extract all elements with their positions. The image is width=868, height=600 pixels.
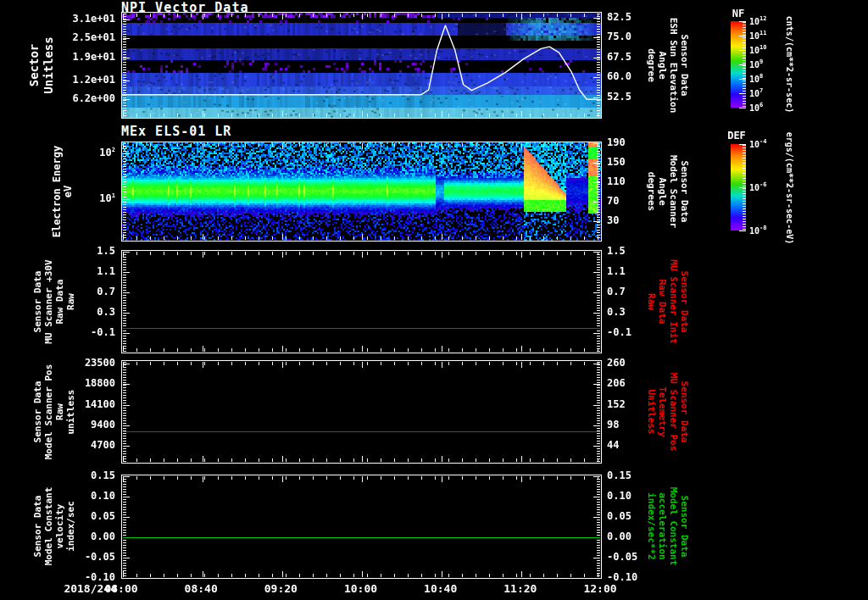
- colorbar-major-tick: [739, 50, 746, 51]
- x-major-tick-bottom: [123, 346, 124, 352]
- y-minor-ticks-right: [597, 14, 600, 117]
- y-major-tick: [123, 446, 130, 447]
- y-major-tick: [593, 578, 600, 579]
- y-major-tick: [123, 497, 130, 497]
- panel2-left-ticks: 102101: [0, 142, 117, 242]
- tick-label: 1.1: [97, 265, 115, 277]
- y-major-tick: [123, 333, 130, 334]
- y-major-tick: [123, 425, 130, 426]
- y-major-tick: [123, 58, 130, 58]
- panel3-right-label: Sensor DataMU Scanner InitRaw DataRaw: [646, 250, 690, 353]
- x-major-tick-bottom: [362, 571, 363, 577]
- colorbar-major-tick: [739, 187, 746, 188]
- x-major-tick-top: [601, 143, 602, 149]
- panel5-right-label: Sensor DataModel Constantaccelerationind…: [646, 475, 690, 579]
- x-major-tick-top: [362, 252, 363, 258]
- x-major-tick-top: [282, 362, 283, 368]
- y-major-tick: [593, 384, 600, 385]
- x-major-tick-bottom: [203, 111, 203, 117]
- tick-label: 4700: [91, 439, 115, 451]
- y-major-tick: [123, 517, 130, 518]
- y-major-tick: [123, 578, 130, 579]
- x-major-tick-bottom: [362, 234, 363, 240]
- y-major-tick: [593, 182, 600, 183]
- tick-label: 75.0: [607, 31, 632, 42]
- tick-label: 70: [607, 195, 619, 207]
- y-minor-ticks-left: [123, 252, 126, 352]
- y-major-tick: [123, 272, 130, 273]
- y-major-tick: [593, 292, 600, 293]
- x-major-tick-top: [362, 143, 363, 149]
- x-major-tick-bottom: [362, 346, 363, 352]
- y-major-tick: [593, 446, 600, 447]
- x-major-tick-top: [123, 362, 124, 368]
- panel5-right-ticks: 0.150.100.050.00-0.05-0.10: [607, 475, 646, 579]
- tick-label: 206: [607, 377, 626, 389]
- tick-label: 2.5e+01: [72, 31, 115, 43]
- data-series-line: [123, 431, 600, 432]
- model-constant-velocity-panel: [121, 475, 602, 579]
- x-major-tick-bottom: [442, 111, 442, 117]
- x-major-tick-top: [601, 252, 602, 258]
- y-major-tick: [593, 558, 600, 558]
- colorbar-nf: [731, 21, 746, 108]
- y-major-tick: [593, 143, 600, 144]
- y-major-tick: [123, 384, 130, 385]
- colorbar-def-units: ergs/(cm**2-sr-sec-eV): [784, 125, 795, 252]
- tick-label: 0.00: [607, 531, 632, 542]
- y-major-tick: [123, 405, 130, 406]
- model-scanner-pos-panel: [121, 360, 602, 464]
- y-major-tick: [593, 405, 600, 406]
- y-major-tick: [593, 497, 600, 497]
- tick-label: 0.7: [97, 286, 115, 297]
- tick-label: -0.1: [607, 326, 632, 338]
- y-major-tick: [593, 77, 600, 78]
- tick-label: 0.15: [91, 469, 115, 481]
- y-major-tick: [593, 37, 600, 38]
- y-minor-ticks-left: [123, 143, 126, 240]
- tick-label: 0.05: [91, 510, 115, 522]
- tick-label: 6.2e+00: [72, 92, 115, 104]
- panel4-left-ticks: 23500188001410094004700: [0, 360, 117, 464]
- y-major-tick: [123, 153, 130, 154]
- tick-label: 190: [607, 136, 626, 148]
- tick-label: -0.1: [91, 326, 115, 338]
- x-major-tick-bottom: [123, 234, 124, 240]
- x-major-tick-bottom: [203, 346, 203, 352]
- x-major-tick-bottom: [203, 456, 203, 462]
- tick-label: 60.0: [607, 70, 632, 82]
- panel4-right-ticks: 2602061529844: [607, 360, 646, 464]
- y-minor-ticks-left: [123, 362, 126, 462]
- y-major-tick: [123, 252, 130, 253]
- y-major-tick: [593, 252, 600, 253]
- x-major-tick-bottom: [203, 571, 203, 577]
- y-minor-ticks-right: [597, 252, 600, 352]
- x-major-tick-top: [521, 143, 522, 149]
- tick-label: 18800: [85, 377, 115, 389]
- colorbar-major-tick: [739, 79, 746, 80]
- x-major-tick-top: [362, 14, 363, 19]
- x-major-tick-top: [521, 476, 522, 482]
- x-major-tick-bottom: [521, 346, 522, 352]
- x-major-tick-bottom: [521, 111, 522, 117]
- panel3-right-ticks: 1.51.10.70.3-0.1: [607, 250, 646, 353]
- x-major-tick-top: [282, 14, 283, 19]
- x-axis-tick-labels: 08:0008:4009:2010:0010:4011:2012:00: [0, 582, 868, 597]
- x-major-tick-top: [601, 476, 602, 482]
- panel2-title: MEx ELS-01 LR: [121, 124, 231, 139]
- tick-label: 150: [607, 156, 626, 168]
- tick-label: 67.5: [607, 51, 632, 63]
- x-major-tick-bottom: [362, 456, 363, 462]
- colorbar-major-tick: [739, 144, 746, 145]
- x-axis-tick-label: 08:00: [104, 582, 137, 595]
- tick-label: 44: [607, 439, 619, 451]
- tick-label: 0.3: [607, 306, 626, 318]
- x-major-tick-top: [601, 14, 602, 19]
- x-major-tick-top: [203, 362, 203, 368]
- x-major-tick-top: [521, 362, 522, 368]
- y-major-tick: [593, 97, 600, 98]
- colorbar-tick-label: 1012: [749, 17, 766, 26]
- x-major-tick-bottom: [123, 456, 124, 462]
- x-major-tick-bottom: [203, 234, 203, 240]
- tick-label: 152: [607, 398, 626, 410]
